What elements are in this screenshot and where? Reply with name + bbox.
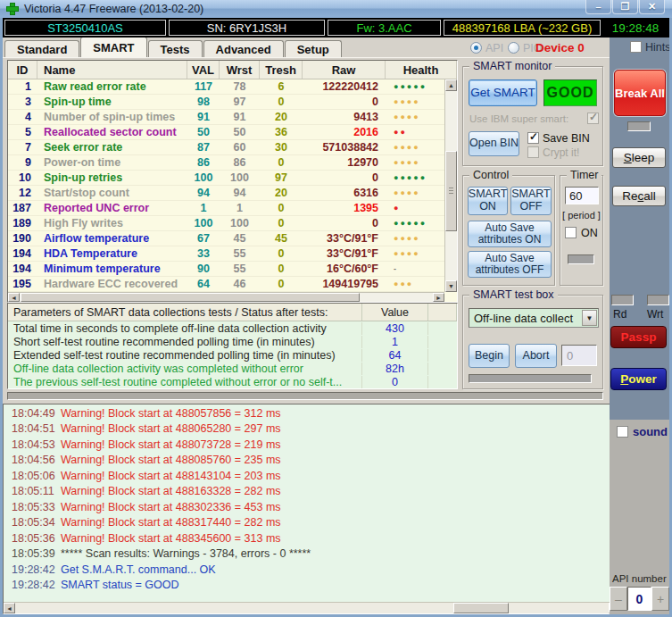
attr-tresh: 97 xyxy=(260,171,303,184)
recall-button[interactable]: Recall xyxy=(612,186,666,206)
smart-table-scroll-thumb[interactable] xyxy=(445,151,457,231)
attr-wrst: 46 xyxy=(220,278,260,290)
smart-attribute-row[interactable]: 1Raw read error rate117786122220412●●●●● xyxy=(8,79,444,95)
api-number-label: API number xyxy=(612,573,667,584)
smart-attribute-row[interactable]: 10Spin-up retries100100970●●●●● xyxy=(8,171,444,186)
smart-table-vertical-scrollbar[interactable]: ▲ ▼ xyxy=(444,79,457,292)
smart-attribute-row[interactable]: 7Seek error rate876030571038842●●●● xyxy=(8,140,444,155)
log-timestamp: 18:04:56 xyxy=(4,454,61,466)
abort-test-button[interactable]: Abort xyxy=(515,344,557,368)
smart-test-box-title: SMART test box xyxy=(469,288,558,301)
minimize-button[interactable]: – xyxy=(585,0,611,14)
log-timestamp: 18:04:51 xyxy=(4,422,61,435)
log-entry: 18:04:49Warning! Block start at 48805785… xyxy=(4,405,620,421)
smart-table-horizontal-scrollbar[interactable]: ◄ ► xyxy=(8,292,444,302)
log-message: Warning! Block start at 488065280 = 297 … xyxy=(61,422,620,435)
log-message: Get S.M.A.R.T. command... OK xyxy=(61,563,620,576)
attr-tresh: 36 xyxy=(260,126,303,138)
begin-test-button[interactable]: Begin xyxy=(469,344,510,368)
smart-attribute-row[interactable]: 190Airflow temperature67454533°C/91°F●●●… xyxy=(8,231,444,246)
timer-on-checkbox[interactable] xyxy=(565,227,577,238)
restore-button[interactable]: ❐ xyxy=(612,0,638,14)
chevron-down-icon[interactable]: ▼ xyxy=(582,310,597,326)
log-panel: 18:04:49Warning! Block start at 48805785… xyxy=(3,404,634,614)
smart-on-button[interactable]: SMART ON xyxy=(468,187,508,215)
smart-attribute-row[interactable]: 12Start/stop count9494206316●●●● xyxy=(8,186,444,201)
scroll-left-arrow-icon[interactable]: ◄ xyxy=(8,293,20,302)
scroll-up-arrow-icon[interactable]: ▲ xyxy=(445,79,457,91)
smart-attribute-row[interactable]: 4Number of spin-up times9191209413●●●● xyxy=(8,110,444,125)
log-message: Warning! Block start at 488345600 = 313 … xyxy=(61,532,620,545)
attr-tresh: 30 xyxy=(260,141,303,154)
attr-name: Spin-up time xyxy=(37,96,187,108)
smart-off-button[interactable]: SMART OFF xyxy=(510,187,552,215)
log-entry: 18:04:56Warning! Block start at 48808576… xyxy=(4,453,620,469)
scroll-down-arrow-icon[interactable]: ▼ xyxy=(445,280,457,292)
scroll-right-arrow-icon[interactable]: ► xyxy=(433,293,444,302)
panel-splitter[interactable] xyxy=(7,392,603,400)
hints-checkbox[interactable] xyxy=(630,41,642,53)
tab-smart[interactable]: SMART xyxy=(80,37,146,57)
attr-raw: 33°C/91°F xyxy=(303,247,386,260)
smart-attribute-row[interactable]: 3Spin-up time989700●●●● xyxy=(8,95,444,110)
attr-val: 87 xyxy=(187,141,220,154)
log-message: Warning! Block start at 488302336 = 453 … xyxy=(61,501,620,513)
tab-setup[interactable]: Setup xyxy=(285,40,342,57)
log-timestamp: 18:05:33 xyxy=(4,501,61,513)
pio-radio[interactable] xyxy=(508,42,519,54)
api-number-decrement-button[interactable]: – xyxy=(610,587,627,611)
sleep-button[interactable]: Sleep xyxy=(612,147,666,168)
smart-attribute-row[interactable]: 189High Fly writes10010000●●●●● xyxy=(8,216,444,231)
smart-attribute-row[interactable]: 187Reported UNC error1101395● xyxy=(8,201,444,216)
log-hscroll-thumb[interactable] xyxy=(453,603,509,613)
smart-table-hscroll-thumb[interactable] xyxy=(21,293,360,302)
break-all-button[interactable]: Break All xyxy=(614,70,666,116)
log-message: Warning! Block start at 488057856 = 312 … xyxy=(61,407,620,420)
attr-wrst: 97 xyxy=(220,96,260,108)
parameter-row: Off-line data collection activity was co… xyxy=(8,362,457,375)
attr-tresh: 0 xyxy=(260,263,303,275)
close-button[interactable]: ✕ xyxy=(639,0,665,14)
sound-checkbox[interactable] xyxy=(617,426,628,438)
attr-tresh: 0 xyxy=(260,96,303,108)
parameter-row: The previous self-test routine completed… xyxy=(8,375,457,388)
smart-attribute-row[interactable]: 194Minimum temperature9055016°C/60°F- xyxy=(8,262,444,277)
save-bin-checkbox[interactable] xyxy=(527,132,539,144)
timer-period-input[interactable]: 60 xyxy=(565,187,599,204)
open-bin-button[interactable]: Open BIN xyxy=(469,131,519,156)
smart-attribute-row[interactable]: 195Hardware ECC recovered64460149419795●… xyxy=(8,277,444,292)
tab-advanced[interactable]: Advanced xyxy=(203,40,284,57)
smart-attribute-row[interactable]: 5Reallocated sector count5050362016●● xyxy=(8,125,444,140)
log-scroll-left-arrow-icon[interactable]: ◄ xyxy=(4,603,15,613)
attr-health-dots: ● xyxy=(386,204,444,213)
smart-table-header: IDNameVALWrstTreshRawHealth xyxy=(8,61,457,79)
log-timestamp: 18:05:11 xyxy=(4,485,61,497)
smart-attribute-row[interactable]: 194HDA Temperature3355033°C/91°F●●●● xyxy=(8,246,444,262)
attr-wrst: 55 xyxy=(220,263,260,275)
log-horizontal-scrollbar[interactable]: ◄ ► xyxy=(4,602,620,613)
smart-attribute-row[interactable]: 9Power-on time8686012970●●●● xyxy=(8,155,444,171)
auto-save-off-button[interactable]: Auto Save attributes OFF xyxy=(468,251,552,278)
auto-save-on-button[interactable]: Auto Save attributes ON xyxy=(468,221,552,247)
test-type-dropdown[interactable]: Off-line data collect ▼ xyxy=(469,308,599,328)
title-bar[interactable]: Victoria 4.47 Freeware (2013-02-20) – ❐ … xyxy=(0,0,672,18)
read-led-label: Rd xyxy=(613,308,626,321)
tab-standard[interactable]: Standard xyxy=(4,40,79,57)
attr-val: 1 xyxy=(187,202,220,214)
password-button[interactable]: Passp xyxy=(610,326,667,348)
smart-header-raw: Raw xyxy=(303,61,386,79)
api-number-increment-button[interactable]: + xyxy=(651,587,669,611)
attr-name: Power-on time xyxy=(37,156,187,169)
api-radio[interactable] xyxy=(470,42,482,54)
smart-parameters-panel: Parameters of SMART data collections tes… xyxy=(7,303,458,389)
parameter-value: 64 xyxy=(362,349,428,362)
parameter-row: Extended self-test routine recommended p… xyxy=(8,348,457,362)
power-button[interactable]: Power xyxy=(610,368,667,390)
ibm-super-smart-checkbox xyxy=(587,113,599,124)
tab-tests[interactable]: Tests xyxy=(148,40,203,57)
attr-val: 94 xyxy=(187,187,220,199)
get-smart-button[interactable]: Get SMART xyxy=(469,79,537,106)
log-entry: 18:05:39***** Scan results: Warnings - 3… xyxy=(4,546,620,563)
attr-health-dots: ●●●● xyxy=(386,143,444,152)
attr-id: 195 xyxy=(8,278,37,290)
